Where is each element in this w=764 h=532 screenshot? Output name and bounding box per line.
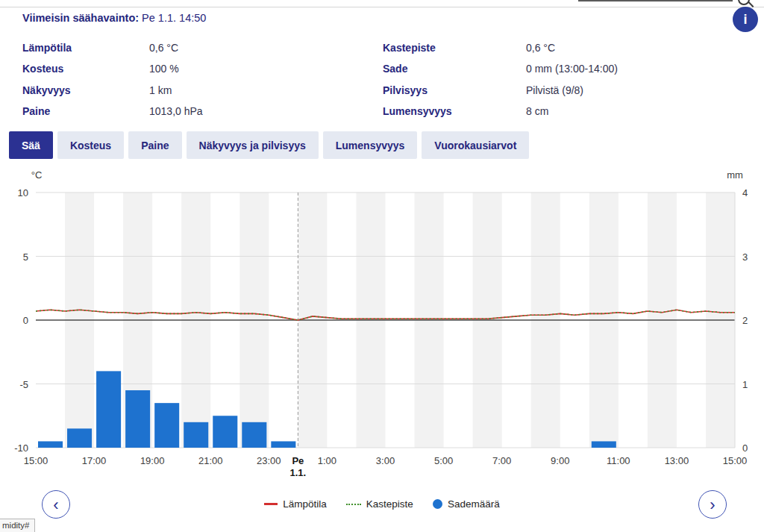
observation-table-right: Kastepiste 0,6 °C Sade 0 mm (13:00-14:00… (383, 37, 748, 122)
chart-tab-bar: Sää Kosteus Paine Näkyvyys ja pilvisyys … (9, 131, 529, 159)
svg-text:1:00: 1:00 (318, 455, 336, 466)
obs-label: Sade (383, 58, 526, 79)
legend-temperature-label: Lämpötila (283, 498, 327, 510)
svg-text:1: 1 (742, 379, 748, 390)
obs-value: Pilvistä (9/8) (526, 80, 748, 101)
tab-vuorokausiarvot[interactable]: Vuorokausiarvot (422, 131, 529, 159)
precipitation-dot-icon (433, 499, 442, 509)
dewpoint-line-icon (346, 504, 361, 505)
latest-observation-time: Pe 1.1. 14:50 (142, 12, 206, 24)
tab-kosteus[interactable]: Kosteus (57, 131, 124, 159)
obs-value: 1013,0 hPa (149, 101, 373, 122)
obs-label: Paine (22, 101, 149, 122)
svg-text:°C: °C (31, 169, 43, 181)
chart-prev-button[interactable]: ‹ (42, 490, 70, 519)
tab-paine[interactable]: Paine (128, 131, 181, 159)
svg-text:Pe: Pe (292, 455, 304, 466)
tab-saa[interactable]: Sää (9, 131, 53, 159)
svg-text:7:00: 7:00 (492, 455, 511, 466)
legend-precipitation: Sademäärä (433, 498, 500, 510)
obs-label: Pilvisyys (383, 80, 526, 101)
svg-text:13:00: 13:00 (665, 455, 689, 466)
obs-value: 0,6 °C (149, 37, 373, 58)
latest-observation-header: Viimeisin säähavainto: Pe 1.1. 14:50 (22, 12, 206, 24)
obs-value: 0 mm (13:00-14:00) (526, 58, 748, 79)
svg-text:15:00: 15:00 (723, 455, 748, 466)
svg-text:19:00: 19:00 (140, 455, 165, 466)
svg-text:4: 4 (742, 187, 748, 198)
obs-label: Kastepiste (383, 37, 526, 58)
temperature-line-icon (264, 503, 278, 505)
obs-value: 0,6 °C (526, 37, 748, 58)
svg-text:-5: -5 (19, 379, 28, 390)
svg-text:mm: mm (727, 169, 743, 181)
obs-label: Näkyvyys (22, 80, 149, 101)
svg-text:11:00: 11:00 (607, 455, 630, 466)
chart-legend: Lämpötila Kastepiste Sademäärä (0, 498, 764, 510)
tab-lumensyvyys[interactable]: Lumensyvyys (323, 131, 418, 159)
obs-value: 1 km (149, 80, 373, 101)
latest-observation-label: Viimeisin säähavainto: (22, 12, 139, 24)
svg-text:-10: -10 (14, 442, 28, 454)
svg-text:1.1.: 1.1. (290, 467, 307, 478)
info-button[interactable]: i (733, 7, 758, 32)
svg-text:5: 5 (23, 251, 28, 263)
svg-text:5:00: 5:00 (434, 455, 453, 466)
svg-text:23:00: 23:00 (257, 455, 281, 466)
obs-value: 100 % (149, 58, 373, 79)
legend-precipitation-label: Sademäärä (448, 498, 500, 510)
obs-label: Lumensyvyys (383, 101, 526, 122)
svg-text:2: 2 (742, 315, 748, 326)
legend-dewpoint-label: Kastepiste (366, 498, 413, 510)
weather-observation-page: { "header": { "label": "Viimeisin säähav… (0, 0, 764, 532)
svg-text:9:00: 9:00 (551, 455, 569, 466)
observation-table-left: Lämpötila 0,6 °C Kosteus 100 % Näkyvyys … (22, 37, 373, 122)
svg-text:0: 0 (742, 442, 748, 454)
svg-text:3: 3 (742, 251, 748, 263)
legend-dewpoint: Kastepiste (346, 498, 413, 510)
svg-text:15:00: 15:00 (24, 455, 48, 466)
chart-next-button[interactable]: › (698, 490, 727, 519)
svg-text:21:00: 21:00 (198, 455, 223, 466)
browser-status-text: midity# (0, 519, 35, 532)
svg-text:3:00: 3:00 (376, 455, 395, 466)
svg-text:10: 10 (18, 187, 28, 198)
svg-text:0: 0 (23, 315, 28, 326)
svg-text:17:00: 17:00 (82, 455, 107, 466)
top-divider (0, 7, 764, 7)
legend-temperature: Lämpötila (264, 498, 327, 510)
weather-chart: 1050-5-104321015:0017:0019:0021:0023:00P… (0, 168, 764, 480)
obs-value: 8 cm (526, 101, 748, 122)
tab-nakyvyys-ja-pilvisyys[interactable]: Näkyvyys ja pilvisyys (187, 131, 319, 159)
obs-label: Lämpötila (22, 37, 149, 58)
search-input[interactable] (578, 0, 733, 1)
obs-label: Kosteus (22, 58, 149, 79)
